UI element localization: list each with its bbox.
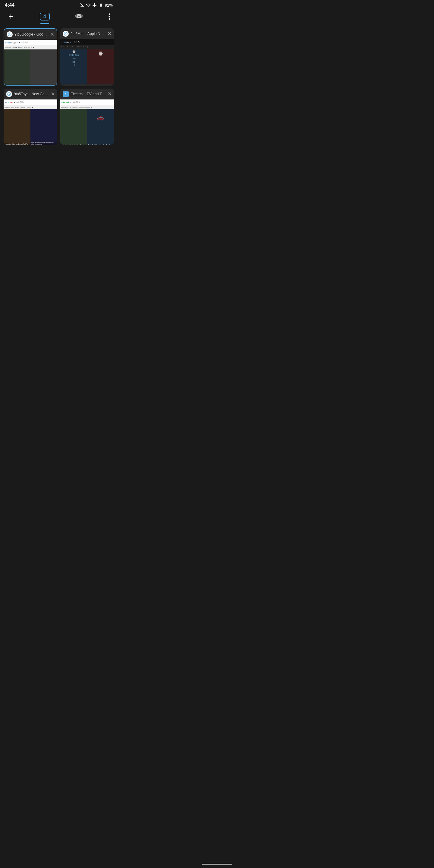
wifi-icon (86, 3, 91, 7)
content-cell-watchs5: ⌚ Apple Watch Series 5 review roundup (87, 49, 114, 84)
incognito-button[interactable] (73, 12, 84, 22)
tab-close-9to5mac[interactable]: ✕ (107, 31, 112, 36)
site-subnavbar-toys: Best Apple DealsAmazonBest BuyWalmart▶ (4, 105, 57, 109)
site-nav-bar-electrek: electrek ▾ ▶ f : 💬 🔍 (60, 99, 114, 105)
tab-card-9to5mac[interactable]: 9to5Mac - Apple New... ✕ 9TO5Mac ▾ ▶ f :… (60, 28, 114, 86)
tab-favicon-electrek: e (63, 91, 69, 97)
content-cell-pixel4: Here's every single Google Pixel 4 leak … (4, 50, 30, 85)
incognito-icon (75, 13, 83, 20)
site-nav-bar-toys: 9TO5Toys ▾ ▶ f : 💬 🔍 (4, 99, 57, 105)
tab-favicon-9to5mac (63, 31, 69, 37)
tab-header-9to5mac: 9to5Mac - Apple New... ✕ (60, 28, 114, 39)
status-bar: 4:44 92% (0, 0, 118, 9)
site-subnavbar-electrek: Automakers ▾Alt. Transport ▾Autonomous D… (60, 105, 114, 109)
tab-card-9to5google[interactable]: 9to5Google - Google N... ✕ 9TO5Google ▾ … (4, 28, 57, 86)
site-subnavbar-mac: Guides ▾Mac ▾iPhone ▾Watch ▾iPad ▾▶ (60, 44, 114, 49)
toolbar: 4 (0, 9, 118, 25)
content-cell-tesla: 🚗 Tesla 'Plaid' Model S crushes Porsche … (87, 109, 114, 145)
content-cell-pixelwatch: Report: No 'Pixel Watch' coming this yea… (30, 50, 57, 85)
tab-preview-9to5toys: 9TO5Toys ▾ ▶ f : 💬 🔍 Best Apple DealsAma… (4, 99, 57, 145)
tab-close-9to5toys[interactable]: ✕ (51, 92, 55, 96)
site-content-electrek: Youth-led global climate strikes Sept 20… (60, 109, 114, 145)
tabs-grid: 9to5Google - Google N... ✕ 9TO5Google ▾ … (0, 25, 118, 148)
tab-title-9to5google: 9to5Google - Google N... (14, 32, 49, 36)
more-vertical-icon (108, 13, 110, 20)
content-cell-ipad: Apple's top-of-the-line 11-inch iPad Pro… (4, 109, 30, 145)
content-cell-climate: Youth-led global climate strikes Sept 20… (60, 109, 87, 145)
tab-preview-electrek: electrek ▾ ▶ f : 💬 🔍 Automakers ▾Alt. Tr… (60, 99, 114, 145)
tab-title-9to5mac: 9to5Mac - Apple New... (70, 32, 106, 36)
tab-favicon-9to5toys (6, 91, 12, 97)
svg-rect-0 (100, 4, 101, 7)
battery-icon (98, 3, 103, 7)
battery-percentage: 92% (105, 3, 113, 7)
site-content-google: Here's every single Google Pixel 4 leak … (4, 50, 57, 85)
tab-count-badge: 4 (40, 13, 50, 21)
tab-card-electrek[interactable]: e Electrek - EV and Tes... ✕ electrek ▾ … (60, 89, 114, 145)
tab-header-9to5google: 9to5Google - Google N... ✕ (4, 29, 57, 40)
more-button[interactable] (107, 12, 112, 22)
tab-preview-9to5google: 9TO5Google ▾ ▶ f : 💬 $ 🔍 ExclusivesGoogl… (4, 40, 57, 85)
tab-title-9to5toys: 9to5Toys - New Gear,... (14, 92, 49, 96)
tab-favicon-9to5google (7, 31, 13, 37)
site-subnavbar-google: ExclusivesGoogle ▾Android ▾AutoTVW▶ (4, 45, 57, 50)
tab-close-electrek[interactable]: ✕ (107, 92, 112, 96)
site-content-toys-top: Apple's top-of-the-line 11-inch iPad Pro… (4, 109, 57, 145)
tab-preview-9to5mac: 9TO5Mac ▾ ▶ f : 👁 🔍 Guides ▾Mac ▾iPhone … (60, 39, 114, 84)
content-cell-blueyeti: Blue Yeti X Review: Legendary sound with… (30, 109, 57, 145)
site-nav-bar-mac: 9TO5Mac ▾ ▶ f : 👁 🔍 (60, 39, 114, 44)
tab-title-electrek: Electrek - EV and Tes... (70, 92, 106, 96)
site-nav-bar-google: 9TO5Google ▾ ▶ f : 💬 $ 🔍 (4, 40, 57, 45)
svg-point-7 (108, 19, 110, 20)
tab-header-electrek: e Electrek - EV and Tes... ✕ (60, 89, 114, 99)
svg-point-5 (108, 13, 110, 15)
status-time: 4:44 (5, 2, 14, 8)
airplane-icon (92, 3, 97, 7)
svg-point-6 (108, 16, 110, 18)
tab-count-button[interactable]: 4 (38, 11, 51, 22)
tab-close-9to5google[interactable]: ✕ (50, 32, 54, 37)
status-icons: 92% (80, 3, 113, 7)
tab-card-9to5toys[interactable]: 9to5Toys - New Gear,... ✕ 9TO5Toys ▾ ▶ f… (4, 89, 57, 145)
mute-icon (80, 3, 84, 7)
plus-icon (7, 13, 14, 20)
tab-header-9to5toys: 9to5Toys - New Gear,... ✕ (4, 89, 57, 99)
site-content-mac: ⌚4:41:0312048310 Apple Watch Series 3 is… (60, 49, 114, 84)
new-tab-button[interactable] (6, 12, 16, 22)
content-cell-watchs3: ⌚4:41:0312048310 Apple Watch Series 3 is… (60, 49, 87, 84)
